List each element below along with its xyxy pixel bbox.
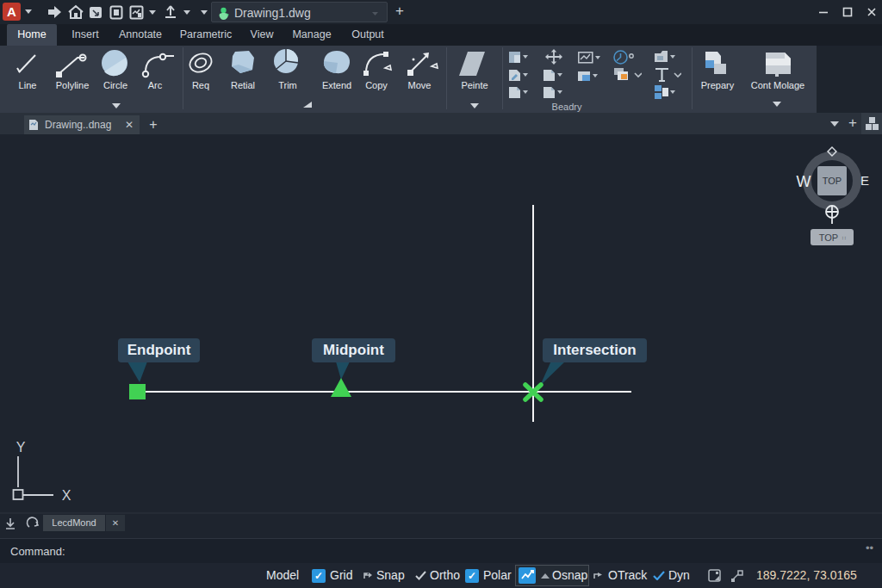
svg-text:W: W <box>797 173 811 190</box>
svg-text:X: X <box>62 488 71 503</box>
svg-text:∷: ∷ <box>842 235 846 241</box>
svg-text:TOP: TOP <box>819 232 838 243</box>
svg-text:TOP: TOP <box>823 176 842 186</box>
svg-text:Y: Y <box>16 440 26 455</box>
svg-text:E: E <box>860 173 869 188</box>
